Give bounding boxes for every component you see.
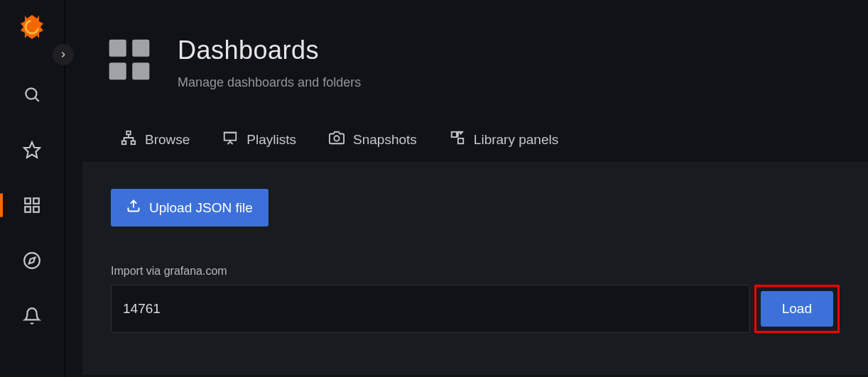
svg-rect-11 bbox=[132, 40, 149, 57]
svg-point-8 bbox=[24, 253, 40, 268]
highlight-box: Load bbox=[754, 285, 840, 333]
button-label: Upload JSON file bbox=[149, 200, 253, 216]
tab-label: Snapshots bbox=[353, 132, 417, 148]
expand-sidebar-button[interactable] bbox=[53, 44, 74, 65]
svg-rect-23 bbox=[458, 138, 463, 143]
tab-label: Browse bbox=[145, 132, 190, 148]
nav-dashboards[interactable] bbox=[14, 187, 50, 223]
tabs: Browse Playlists Snapshots Library panel… bbox=[65, 90, 868, 162]
dashboards-icon bbox=[105, 35, 153, 84]
nav-starred[interactable] bbox=[14, 132, 50, 168]
nav-explore[interactable] bbox=[14, 243, 50, 278]
camera-icon bbox=[329, 130, 345, 149]
tab-snapshots[interactable]: Snapshots bbox=[329, 130, 417, 149]
svg-rect-17 bbox=[224, 133, 237, 141]
tab-label: Playlists bbox=[246, 132, 296, 148]
upload-icon bbox=[126, 199, 141, 217]
svg-rect-4 bbox=[25, 198, 31, 204]
sitemap-icon bbox=[121, 130, 136, 149]
svg-rect-15 bbox=[122, 141, 126, 145]
tab-library-panels[interactable]: Library panels bbox=[450, 130, 558, 149]
import-panel: Upload JSON file Import via grafana.com … bbox=[82, 162, 868, 375]
svg-rect-10 bbox=[109, 40, 126, 57]
svg-rect-22 bbox=[452, 132, 457, 137]
svg-marker-3 bbox=[24, 142, 40, 158]
svg-point-1 bbox=[26, 88, 36, 99]
tab-playlists[interactable]: Playlists bbox=[222, 130, 296, 149]
svg-rect-5 bbox=[33, 198, 39, 204]
load-button[interactable]: Load bbox=[761, 291, 833, 327]
svg-rect-13 bbox=[132, 62, 149, 80]
page-subtitle: Manage dashboards and folders bbox=[178, 75, 361, 90]
nav-alerting[interactable] bbox=[14, 298, 50, 334]
svg-rect-14 bbox=[126, 131, 131, 135]
presentation-icon bbox=[222, 130, 238, 149]
page-title: Dashboards bbox=[178, 35, 361, 65]
import-label: Import via grafana.com bbox=[111, 265, 840, 278]
page-header: Dashboards Manage dashboards and folders bbox=[65, 0, 868, 90]
sidebar bbox=[0, 0, 64, 377]
grafana-logo[interactable] bbox=[18, 13, 46, 41]
svg-rect-7 bbox=[33, 207, 39, 212]
import-input[interactable] bbox=[111, 285, 750, 333]
tab-browse[interactable]: Browse bbox=[121, 130, 190, 149]
svg-rect-12 bbox=[109, 62, 126, 80]
svg-marker-9 bbox=[29, 258, 36, 264]
library-panel-icon bbox=[450, 130, 465, 149]
tab-label: Library panels bbox=[474, 132, 558, 148]
upload-json-button[interactable]: Upload JSON file bbox=[111, 189, 268, 226]
svg-rect-6 bbox=[25, 207, 31, 212]
svg-rect-16 bbox=[131, 141, 136, 145]
import-row: Load bbox=[111, 285, 840, 333]
main-content: Dashboards Manage dashboards and folders… bbox=[64, 0, 868, 377]
nav-search[interactable] bbox=[14, 77, 50, 112]
svg-point-21 bbox=[334, 136, 339, 141]
svg-line-2 bbox=[36, 98, 39, 102]
